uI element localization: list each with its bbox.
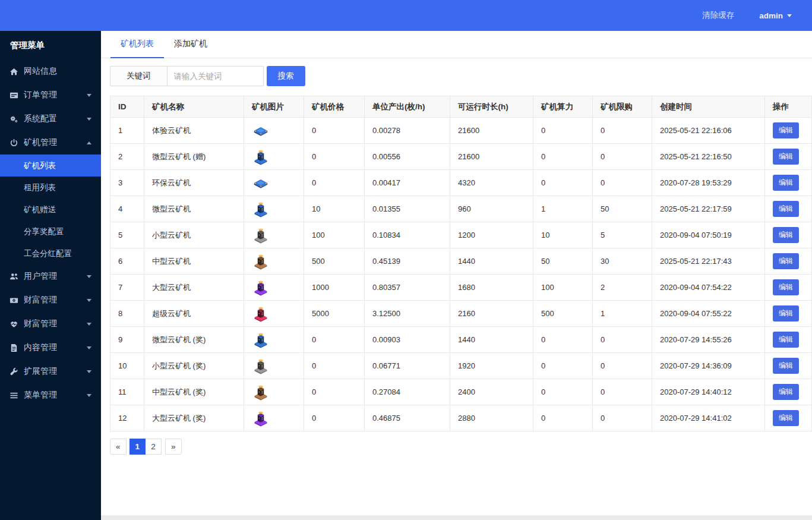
sidebar-item-order-mgmt[interactable]: 订单管理: [0, 83, 101, 107]
cell-image: [244, 144, 304, 170]
cell-price: 1000: [304, 275, 365, 301]
edit-button[interactable]: 编辑: [773, 305, 799, 322]
cell-power: 0: [533, 170, 593, 196]
tab-miner-list[interactable]: 矿机列表: [110, 31, 164, 58]
cell-actions: 编辑: [765, 170, 812, 196]
cell-created: 2020-07-29 14:36:09: [652, 353, 765, 379]
edit-button[interactable]: 编辑: [773, 122, 799, 138]
sidebar-item-miner-mgmt[interactable]: 矿机管理: [0, 131, 101, 155]
edit-button[interactable]: 编辑: [773, 358, 799, 374]
sidebar-item-menu-mgmt[interactable]: 菜单管理: [0, 383, 101, 407]
cell-limit: 0: [593, 405, 652, 431]
edit-button[interactable]: 编辑: [773, 253, 799, 269]
table-row: 3环保云矿机00.004174320002020-07-28 19:53:29编…: [110, 170, 812, 196]
cell-limit: 5: [593, 222, 652, 248]
user-menu[interactable]: admin: [759, 11, 792, 20]
sidebar-item-label: 矿机管理: [24, 137, 57, 148]
cell-hours: 2400: [450, 379, 533, 405]
edit-button[interactable]: 编辑: [773, 279, 799, 295]
sidebar-item-user-mgmt[interactable]: 用户管理: [0, 264, 101, 288]
cell-actions: 编辑: [765, 144, 812, 170]
cell-output: 0.46875: [365, 405, 450, 431]
cell-hours: 1200: [450, 222, 533, 248]
sidebar-item-site-info[interactable]: 网站信息: [0, 59, 101, 83]
cell-hours: 1920: [450, 353, 533, 379]
sidebar-item-system-config[interactable]: 系统配置: [0, 107, 101, 131]
edit-button[interactable]: 编辑: [773, 410, 799, 426]
wrench-icon: [10, 367, 20, 376]
sidebar-subitem-miner-list[interactable]: 矿机列表: [0, 155, 101, 177]
pagination-page-1[interactable]: 1: [129, 439, 146, 455]
tab-add-miner[interactable]: 添加矿机: [164, 31, 217, 58]
sidebar-item-label: 内容管理: [24, 342, 57, 353]
sidebar-subitem-share-reward-config[interactable]: 分享奖配置: [0, 220, 101, 242]
cell-hours: 2880: [450, 405, 533, 431]
cell-price: 5000: [304, 301, 365, 327]
chevron-down-icon: [87, 394, 91, 397]
cell-name: 微型云矿机 (赠): [144, 144, 244, 170]
cell-id: 7: [110, 275, 144, 301]
pagination-page-2[interactable]: 2: [146, 439, 162, 455]
cell-actions: 编辑: [765, 275, 812, 301]
cell-power: 0: [533, 118, 593, 144]
sidebar-subitem-miner-gift[interactable]: 矿机赠送: [0, 198, 101, 220]
cell-image: [244, 248, 304, 275]
sidebar-subitem-union-dividend-config[interactable]: 工会分红配置: [0, 242, 101, 264]
cell-actions: 编辑: [765, 196, 812, 222]
sidebar-subitem-rent-list[interactable]: 租用列表: [0, 177, 101, 198]
edit-button[interactable]: 编辑: [773, 175, 799, 191]
cell-created: 2025-05-21 22:16:50: [652, 144, 765, 170]
cell-limit: 0: [593, 379, 652, 405]
cell-power: 0: [533, 327, 593, 353]
pagination-next[interactable]: »: [165, 439, 182, 455]
sidebar-item-wealth-mgmt-2[interactable]: 财富管理: [0, 312, 101, 336]
cell-limit: 0: [593, 144, 652, 170]
table-row: 8超级云矿机50003.12500216050012020-09-04 07:5…: [110, 301, 812, 327]
clear-cache-link[interactable]: 清除缓存: [702, 10, 734, 21]
cell-id: 4: [110, 196, 144, 222]
table-row: 7大型云矿机10000.80357168010022020-09-04 07:5…: [110, 275, 812, 301]
edit-button[interactable]: 编辑: [773, 149, 799, 165]
edit-button[interactable]: 编辑: [773, 384, 799, 400]
column-header: 操作: [765, 96, 812, 118]
cell-price: 500: [304, 248, 365, 275]
cell-actions: 编辑: [765, 379, 812, 405]
sidebar-item-label: 扩展管理: [24, 366, 57, 377]
column-header: 创建时间: [652, 96, 765, 118]
sidebar-item-extension-mgmt[interactable]: 扩展管理: [0, 360, 101, 383]
edit-button[interactable]: 编辑: [773, 201, 799, 217]
column-header: 矿机限购: [593, 96, 652, 118]
cell-actions: 编辑: [765, 118, 812, 144]
chevron-down-icon: [87, 323, 91, 326]
cell-output: 0.06771: [365, 353, 450, 379]
cell-image: [244, 196, 304, 222]
pagination-prev[interactable]: «: [110, 439, 127, 455]
cell-power: 0: [533, 379, 593, 405]
miner-image-icon: [252, 148, 304, 166]
cell-name: 大型云矿机 (奖): [144, 405, 244, 431]
cell-price: 0: [304, 405, 365, 431]
search-input[interactable]: [167, 66, 264, 86]
miner-table: ID矿机名称矿机图片矿机价格单位产出(枚/h)可运行时长(h)矿机算力矿机限购创…: [110, 96, 812, 431]
table-row: 6中型云矿机5000.45139144050302025-05-21 22:17…: [110, 248, 812, 275]
cell-name: 中型云矿机 (奖): [144, 379, 244, 405]
miner-image-icon: [252, 253, 304, 270]
cell-id: 1: [110, 118, 144, 144]
cell-actions: 编辑: [765, 301, 812, 327]
table-row: 10小型云矿机 (奖)00.067711920002020-07-29 14:3…: [110, 353, 812, 379]
search-keyword-label: 关键词: [110, 66, 167, 86]
search-button[interactable]: 搜索: [267, 66, 305, 86]
cell-price: 100: [304, 222, 365, 248]
edit-button[interactable]: 编辑: [773, 332, 799, 348]
pagination: « 1 2 »: [110, 439, 812, 455]
sidebar-nav: 网站信息订单管理系统配置矿机管理矿机列表租用列表矿机赠送分享奖配置工会分红配置用…: [0, 59, 101, 407]
cell-limit: 0: [593, 170, 652, 196]
money-icon: [10, 296, 20, 305]
edit-button[interactable]: 编辑: [773, 227, 799, 243]
sidebar-item-content-mgmt[interactable]: 内容管理: [0, 336, 101, 360]
cell-limit: 0: [593, 118, 652, 144]
column-header: 单位产出(枚/h): [365, 96, 450, 118]
sidebar-item-wealth-mgmt[interactable]: 财富管理: [0, 288, 101, 312]
cell-price: 0: [304, 144, 365, 170]
cell-price: 0: [304, 118, 365, 144]
